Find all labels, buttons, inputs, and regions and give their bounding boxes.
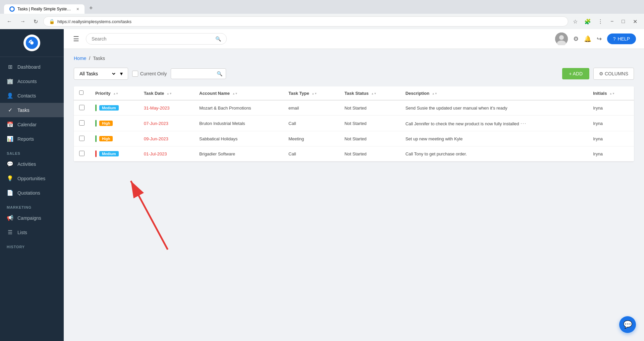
chevron-down-icon: ▼ <box>119 71 124 76</box>
row-checkbox[interactable] <box>79 136 85 141</box>
row-checkbox-cell[interactable] <box>74 131 90 146</box>
notifications-icon[interactable]: 🔔 <box>584 35 591 43</box>
select-all-checkbox[interactable] <box>79 90 84 95</box>
share-icon[interactable]: ↪ <box>597 35 602 43</box>
current-only-label[interactable]: Current Only <box>132 71 167 77</box>
sidebar-item-calendar[interactable]: 📅 Calendar <box>0 117 64 132</box>
row-checkbox[interactable] <box>79 151 85 156</box>
tab-close-btn[interactable]: × <box>76 6 79 12</box>
chat-icon: 💬 <box>623 320 632 329</box>
sidebar-item-tasks[interactable]: ✓ Tasks <box>0 103 64 117</box>
menu-toggle-btn[interactable]: ☰ <box>72 33 80 44</box>
description-cell: Call Tony to get purchase order. <box>400 146 588 161</box>
sidebar-item-campaigns[interactable]: 📢 Campaigns <box>0 211 64 225</box>
main-content: ☰ 🔍 ⚙ 🔔 ↪ ? HELP <box>64 29 644 341</box>
col-task-date[interactable]: Task Date ▲▼ <box>139 86 194 100</box>
settings-icon[interactable]: ⚙ <box>573 35 579 43</box>
account-sort-icons: ▲▼ <box>232 92 238 95</box>
search-bar[interactable]: 🔍 <box>86 33 227 45</box>
account-name: Brigadier Software <box>199 151 235 156</box>
menu-btn[interactable]: ⋮ <box>596 17 605 26</box>
row-checkbox-cell[interactable] <box>74 116 90 131</box>
tasks-icon: ✓ <box>7 107 13 113</box>
browser-tabs: Tasks | Really Simple Systems C... × + <box>4 3 640 14</box>
help-label: HELP <box>618 36 630 42</box>
row-checkbox-cell[interactable] <box>74 100 90 116</box>
sidebar-logo <box>0 29 64 57</box>
sidebar-item-dashboard[interactable]: ⊞ Dashboard <box>0 60 64 74</box>
sidebar-item-reports[interactable]: 📊 Reports <box>0 132 64 146</box>
priority-badge: Medium <box>99 151 119 156</box>
col-task-status[interactable]: Task Status ▲▼ <box>339 86 400 100</box>
more-options-icon[interactable]: ⋯ <box>520 120 526 127</box>
help-button[interactable]: ? HELP <box>607 33 636 44</box>
account-name-cell[interactable]: Brigadier Software <box>194 146 283 161</box>
col-priority[interactable]: Priority ▲▼ <box>90 86 139 100</box>
sidebar-item-accounts[interactable]: 🏢 Accounts <box>0 74 64 88</box>
table-header: Priority ▲▼ Task Date ▲▼ Account Name ▲▼ <box>74 86 634 100</box>
col-initials[interactable]: Initials ▲▼ <box>588 86 634 100</box>
col-task-type[interactable]: Task Type ▲▼ <box>283 86 339 100</box>
row-checkbox[interactable] <box>79 120 85 126</box>
filter-search-bar[interactable]: 🔍 <box>171 68 226 79</box>
task-filter-select[interactable]: All Tasks My Tasks Overdue Tasks <box>78 71 116 77</box>
current-only-checkbox[interactable] <box>132 71 138 77</box>
task-status-cell: Not Started <box>339 116 400 131</box>
sidebar-item-label: Lists <box>17 230 27 235</box>
forward-btn[interactable]: → <box>17 17 28 26</box>
campaigns-icon: 📢 <box>7 215 13 221</box>
initials-sort-icons: ▲▼ <box>609 92 615 95</box>
quotations-icon: 📄 <box>7 190 13 196</box>
breadcrumb-home[interactable]: Home <box>74 56 86 61</box>
task-table-wrapper: Priority ▲▼ Task Date ▲▼ Account Name ▲▼ <box>74 86 634 161</box>
filter-search-input[interactable] <box>174 71 215 76</box>
extensions-btn[interactable]: 🧩 <box>582 17 593 26</box>
initials-cell: Iryna <box>588 100 634 116</box>
sidebar-item-label: Calendar <box>17 122 37 127</box>
priority-bar-indicator <box>95 120 97 127</box>
priority-badge: High <box>99 121 113 126</box>
task-date-cell: 31-May-2023 <box>139 100 194 116</box>
row-checkbox-cell[interactable] <box>74 146 90 161</box>
priority-bar-indicator <box>95 105 97 111</box>
task-filter-dropdown[interactable]: All Tasks My Tasks Overdue Tasks ▼ <box>74 68 128 80</box>
sidebar-item-contacts[interactable]: 👤 Contacts <box>0 88 64 103</box>
initials-cell: Iryna <box>588 146 634 161</box>
sidebar-item-quotations[interactable]: 📄 Quotations <box>0 186 64 200</box>
new-tab-btn[interactable]: + <box>86 3 96 14</box>
active-tab[interactable]: Tasks | Really Simple Systems C... × <box>4 4 85 14</box>
priority-badge: High <box>99 136 113 141</box>
account-name-cell[interactable]: Sabbatical Holidays <box>194 131 283 146</box>
row-checkbox[interactable] <box>79 105 85 110</box>
col-account-name[interactable]: Account Name ▲▼ <box>194 86 283 100</box>
refresh-btn[interactable]: ↻ <box>31 17 41 26</box>
page-content: Home / Tasks All Tasks My Tasks Overdue … <box>64 49 644 341</box>
columns-button[interactable]: ⚙ COLUMNS <box>593 68 634 80</box>
task-date-sort-icons: ▲▼ <box>167 92 172 95</box>
sidebar-item-lists[interactable]: ☰ Lists <box>0 225 64 240</box>
initials-cell: Iryna <box>588 131 634 146</box>
task-date: 07-Jun-2023 <box>144 121 168 126</box>
sidebar-item-opportunities[interactable]: 💡 Opportunities <box>0 171 64 186</box>
sidebar-item-activities[interactable]: 💬 Activities <box>0 157 64 171</box>
chat-fab[interactable]: 💬 <box>619 316 636 333</box>
account-name-cell[interactable]: Mozart & Bach Promotions <box>194 100 283 116</box>
browser-chrome: Tasks | Really Simple Systems C... × + <box>0 0 644 14</box>
task-date: 09-Jun-2023 <box>144 136 168 141</box>
sidebar-item-label: Quotations <box>17 190 40 196</box>
col-description[interactable]: Description ▲▼ <box>400 86 588 100</box>
back-btn[interactable]: ← <box>4 17 15 26</box>
bookmark-btn[interactable]: ☆ <box>571 17 580 26</box>
priority-sort-icons: ▲▼ <box>113 92 118 95</box>
description-cell: Call Jennifer to check the new product i… <box>400 116 588 131</box>
add-task-button[interactable]: + ADD <box>562 68 589 79</box>
sidebar-item-label: Accounts <box>17 79 37 84</box>
account-name-cell[interactable]: Bruton Industrial Metals <box>194 116 283 131</box>
task-status-cell: Not Started <box>339 100 400 116</box>
maximize-btn[interactable]: □ <box>619 17 628 26</box>
minimize-btn[interactable]: − <box>608 17 616 26</box>
close-window-btn[interactable]: ✕ <box>630 17 640 26</box>
help-question-icon: ? <box>613 36 616 42</box>
address-bar[interactable]: 🔒 https://.reallysimplesystems.com/tasks <box>43 16 568 26</box>
search-input[interactable] <box>92 36 213 42</box>
